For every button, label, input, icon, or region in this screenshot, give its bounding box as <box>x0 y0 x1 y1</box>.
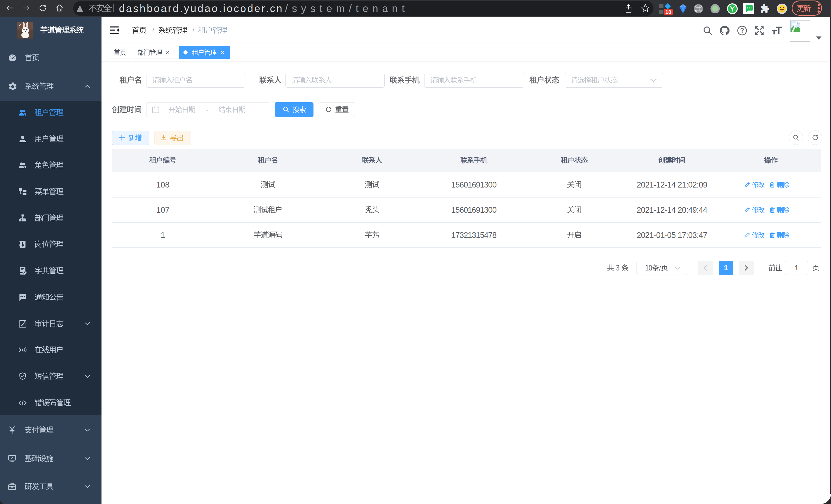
svg-text:10: 10 <box>665 9 671 15</box>
